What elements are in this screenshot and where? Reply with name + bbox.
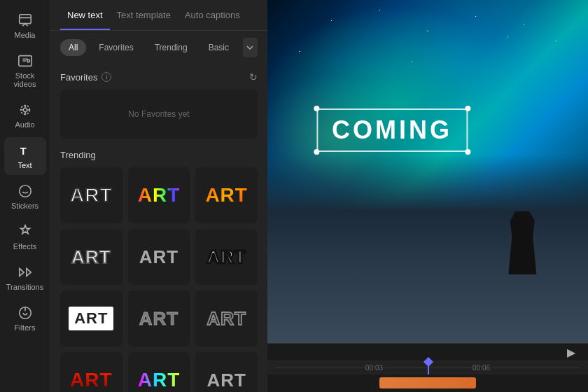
handle-bottom-right[interactable] — [465, 149, 470, 155]
ruler-mark-1: 00:03 — [365, 364, 383, 372]
sidebar-item-transitions[interactable]: Transitions — [4, 259, 46, 297]
preview-image: COMING — [267, 0, 588, 343]
sidebar-item-stickers[interactable]: Stickers — [4, 178, 46, 216]
favorites-empty-text: No Favorites yet — [128, 109, 189, 119]
text-item-1[interactable]: ART — [60, 167, 122, 223]
handle-top-right[interactable] — [465, 106, 470, 111]
sidebar-item-media[interactable]: Media — [4, 7, 46, 45]
ruler-mark-2: 00:06 — [472, 364, 490, 372]
text-overlay[interactable]: COMING — [316, 108, 468, 152]
text-item-5[interactable]: ART — [128, 229, 190, 285]
sidebar: Media Stock videos Audio T Text Stickers — [0, 0, 50, 392]
sidebar-item-audio[interactable]: Audio — [4, 97, 46, 134]
svg-point-2 — [27, 59, 29, 62]
text-item-8[interactable]: ART — [128, 290, 190, 346]
svg-point-3 — [23, 108, 27, 112]
sidebar-media-label: Media — [15, 31, 36, 39]
sidebar-audio-label: Audio — [15, 120, 34, 129]
sidebar-item-text[interactable]: T Text — [4, 137, 46, 175]
sidebar-filters-label: Filters — [15, 323, 36, 332]
panel-content: Favorites i ↻ No Favorites yet Trending … — [50, 64, 267, 392]
sidebar-stickers-label: Stickers — [11, 202, 38, 210]
svg-text:T: T — [20, 146, 26, 157]
favorites-section-header: Favorites i ↻ — [60, 71, 258, 83]
filter-more-button[interactable] — [243, 38, 258, 57]
filter-trending[interactable]: Trending — [146, 39, 196, 56]
trending-grid: ART ART ART ART ART ART ART ART — [60, 167, 258, 392]
filter-basic[interactable]: Basic — [200, 39, 237, 56]
svg-point-6 — [19, 186, 31, 197]
sidebar-item-effects[interactable]: Effects — [4, 218, 46, 256]
text-item-6[interactable]: ART — [195, 229, 258, 285]
text-item-2[interactable]: ART — [128, 167, 190, 223]
text-item-10[interactable]: ART — [60, 352, 122, 392]
tab-new-text[interactable]: New text — [60, 0, 110, 30]
timeline-ruler: 00:03 00:06 — [267, 360, 588, 374]
tab-auto-captions[interactable]: Auto captions — [178, 0, 247, 30]
person-silhouette — [505, 211, 540, 274]
coming-text-box: COMING — [316, 108, 468, 152]
tab-bar: New text Text template Auto captions — [50, 0, 267, 31]
handle-bottom-left[interactable] — [314, 149, 319, 155]
track-clip-video[interactable] — [379, 377, 475, 388]
coming-text: COMING — [332, 115, 452, 144]
timeline: ▶ 00:03 00:06 — [267, 343, 588, 392]
handle-top-left[interactable] — [314, 106, 319, 111]
trending-title: Trending — [60, 150, 258, 160]
filter-bar: All Favorites Trending Basic — [50, 31, 267, 64]
favorites-refresh-icon[interactable]: ↻ — [249, 71, 258, 83]
text-item-11[interactable]: ART — [128, 352, 190, 392]
sidebar-item-filters[interactable]: Filters — [4, 300, 46, 337]
text-item-3[interactable]: ART — [195, 167, 258, 223]
sidebar-text-label: Text — [18, 161, 31, 169]
sidebar-stock-label: Stock videos — [7, 71, 43, 88]
favorites-empty-area: No Favorites yet — [60, 90, 258, 139]
text-item-7[interactable]: ART — [60, 290, 122, 346]
main-area: COMING ▶ 00:03 00:06 — [267, 0, 588, 392]
svg-rect-0 — [19, 15, 31, 24]
tab-text-template[interactable]: Text template — [110, 0, 178, 30]
filter-favorites[interactable]: Favorites — [90, 39, 141, 56]
timeline-track — [267, 374, 588, 391]
favorites-title: Favorites i — [60, 72, 111, 83]
play-button[interactable]: ▶ — [563, 344, 580, 360]
favorites-info-icon[interactable]: i — [102, 72, 111, 82]
text-panel: New text Text template Auto captions All… — [50, 0, 267, 392]
preview-area: COMING — [267, 0, 588, 343]
sidebar-effects-label: Effects — [13, 242, 36, 251]
sidebar-transitions-label: Transitions — [6, 283, 43, 291]
text-item-12[interactable]: ART — [195, 352, 258, 392]
text-item-9[interactable]: ART — [195, 290, 258, 346]
filter-all[interactable]: All — [60, 39, 86, 56]
sidebar-item-stock-videos[interactable]: Stock videos — [4, 48, 46, 94]
text-item-4[interactable]: ART — [60, 229, 122, 285]
